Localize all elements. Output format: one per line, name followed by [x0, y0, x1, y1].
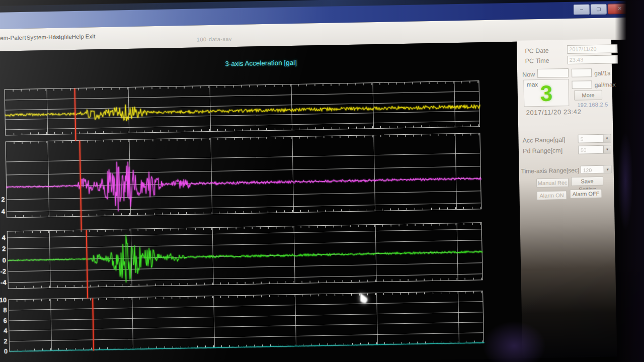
chevron-down-icon[interactable]: ▾ [604, 165, 611, 172]
waveform-trace-accel-y [6, 133, 482, 218]
waveform-trace-accel-x [5, 81, 481, 136]
max-intensity-value: 3 [524, 80, 569, 107]
alarm-on-button[interactable]: Alarm ON [536, 191, 567, 200]
acc-range-label: Acc Range[gal] [522, 136, 565, 144]
waveform-trace-accel-z [8, 223, 484, 289]
waveform-panel-pd: 1086420 [8, 291, 484, 351]
y-tick-label: -2 [0, 267, 6, 275]
now-label: Now [522, 71, 535, 78]
max-gal-field[interactable] [572, 80, 592, 89]
max-unit-label: gal/max [594, 81, 615, 88]
max-intensity-box: max 3 [523, 79, 569, 107]
chevron-down-icon[interactable]: ▾ [603, 145, 611, 153]
monitor-photo: – ▢ ✕ tem-Palert System-Host Logfile Hel… [0, 0, 644, 362]
minimize-icon[interactable]: – [574, 4, 590, 15]
menu-system-palert[interactable]: tem-Palert [0, 35, 26, 41]
y-tick-label: 0 [2, 256, 6, 264]
save-setting-button[interactable]: Save Setting [571, 176, 603, 186]
y-tick-label: 2 [4, 337, 8, 345]
waveform-panel-accel-z: 420-2-4 [7, 222, 483, 289]
maximize-icon[interactable]: ▢ [591, 4, 607, 15]
waveform-panel-accel-x [5, 80, 480, 135]
chart-title: 3-axis Acceleration [gal] [203, 58, 319, 68]
pc-date-field[interactable]: 2017/11/20 [567, 44, 617, 54]
ip-address: 192.168.2.5 [577, 102, 608, 108]
menu-exit[interactable]: Exit [86, 33, 96, 39]
waveform-trace-pd [9, 291, 485, 352]
y-tick-label: 4 [2, 208, 6, 215]
y-tick-label: 6 [4, 317, 8, 324]
more-button[interactable]: More [574, 90, 602, 101]
y-tick-label: 2 [2, 245, 6, 252]
monitor-bezel-right [615, 0, 644, 362]
acc-range-value: 5 [580, 136, 583, 142]
menu-logfile[interactable]: Logfile [54, 34, 72, 40]
time-axis-range-value: 120 [583, 167, 592, 173]
waveform-panel-accel-y: 24 [5, 133, 481, 218]
chevron-down-icon[interactable]: ▾ [603, 134, 610, 142]
pd-range-value: 50 [581, 147, 587, 153]
now-unit-label: gal/1s [594, 69, 610, 77]
y-tick-label: 10 [0, 296, 7, 304]
pc-time-field[interactable]: 23:43 [568, 55, 618, 64]
pd-range-dropdown[interactable]: 50 ▾ [578, 145, 611, 154]
pc-date-label: PC Date [525, 47, 548, 55]
y-tick-label: 4 [4, 327, 8, 334]
pd-range-label: Pd Range[cm] [523, 147, 562, 154]
y-tick-label: 4 [2, 234, 6, 241]
y-tick-label: 8 [3, 306, 7, 314]
y-tick-label: 0 [4, 347, 8, 355]
pc-time-label: PC Time [525, 57, 549, 65]
y-tick-label: -4 [1, 279, 7, 286]
now-rate-field[interactable] [572, 68, 592, 77]
menu-help[interactable]: Help [72, 34, 85, 40]
settings-sidebar: PC Date 2017/11/20 PC Time 23:43 Now gal… [517, 39, 617, 358]
manual-rec-button[interactable]: Manual Rec [536, 178, 569, 188]
alarm-off-button[interactable]: Alarm OFF [570, 189, 602, 199]
y-tick-label: 2 [1, 196, 5, 203]
event-timestamp: 2017/11/20 23:42 [526, 108, 581, 117]
time-axis-range-dropdown[interactable]: 120 ▾ [581, 165, 612, 173]
acc-range-dropdown[interactable]: 5 ▾ [578, 134, 611, 143]
window-title-faint: 100-data-sav [197, 36, 232, 42]
time-axis-range-label: Time-axis Range[sec] [521, 167, 580, 175]
chart-area: 3-axis Acceleration [gal] 24420-2-410864… [0, 42, 523, 362]
now-field[interactable] [537, 68, 569, 78]
mouse-cursor [357, 292, 370, 305]
application-window: – ▢ ✕ tem-Palert System-Host Logfile Hel… [0, 0, 644, 362]
